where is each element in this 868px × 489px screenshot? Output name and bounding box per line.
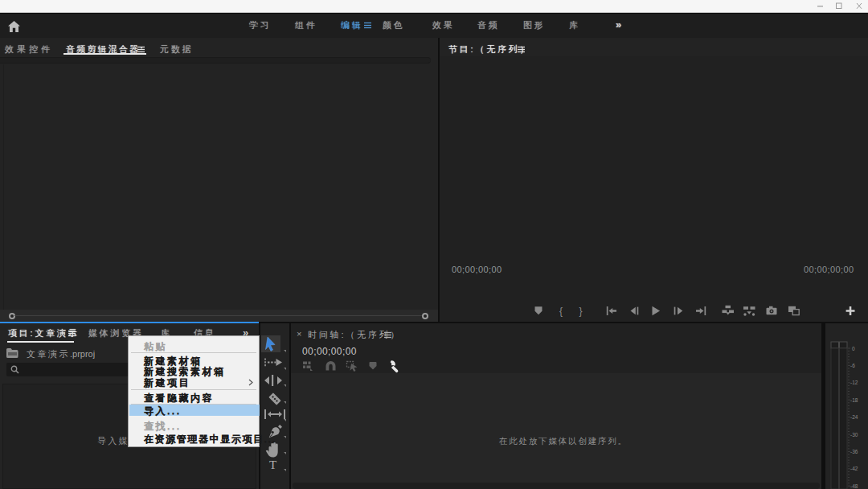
svg-text:0: 0 — [852, 346, 855, 351]
svg-text:}: } — [579, 306, 583, 317]
svg-text:-30: -30 — [850, 432, 858, 438]
svg-text:-12: -12 — [850, 380, 858, 385]
svg-text:T: T — [269, 458, 276, 471]
svg-text:-42: -42 — [850, 466, 858, 471]
svg-text:-18: -18 — [850, 397, 858, 403]
svg-text:-24: -24 — [850, 414, 858, 420]
svg-text:-48: -48 — [850, 483, 858, 489]
svg-text:-36: -36 — [850, 449, 858, 454]
svg-text:{: { — [559, 306, 563, 317]
svg-text:-6: -6 — [850, 363, 855, 368]
